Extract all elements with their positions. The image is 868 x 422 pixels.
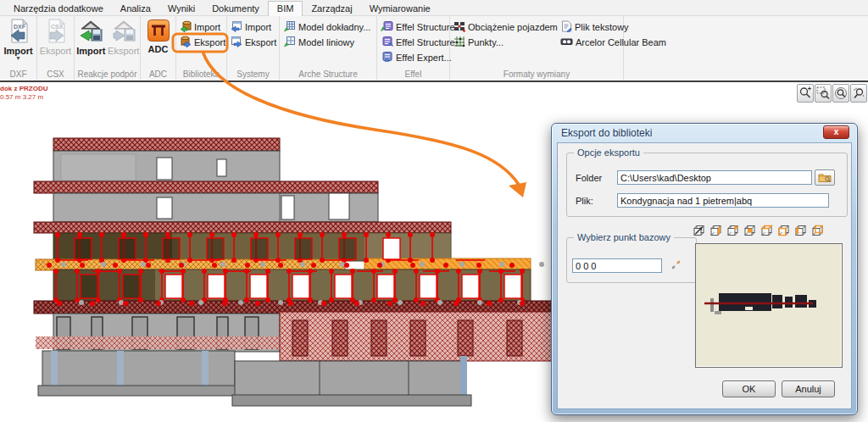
view-cube-button-6[interactable]	[776, 224, 791, 237]
obciazenie-pojazdem-label: Obciążenie pojazdem	[468, 22, 558, 32]
adc-button[interactable]: ADC	[142, 19, 175, 54]
browse-folder-button[interactable]	[815, 169, 835, 186]
ok-button[interactable]: OK	[722, 380, 776, 397]
tab-wyniki[interactable]: Wyniki	[159, 2, 203, 15]
text-file-icon	[560, 20, 572, 34]
view-name-label: dok z PRZODU	[0, 85, 47, 93]
tab-narzedzia-dodatkowe[interactable]: Narzędzia dodatkowe	[5, 2, 112, 15]
view-cube-icon	[743, 224, 757, 237]
ribbon-tab-bar: Narzędzia dodatkowe Analiza Wyniki Dokum…	[0, 0, 868, 16]
view-cube-icon	[810, 224, 825, 237]
csx-eksport-button: CSX Eksport	[39, 19, 73, 56]
application-window: { "ribbon": { "tabs": ["Narzędzia dodatk…	[0, 0, 868, 422]
folder-label: Folder	[576, 173, 602, 183]
biblioteka-eksport-button[interactable]: Eksport	[180, 35, 223, 49]
biblioteka-import-button[interactable]: Import	[180, 19, 223, 34]
view-cube-button-2[interactable]	[709, 224, 723, 237]
support-import-icon	[78, 19, 103, 46]
zoom-in-icon	[798, 86, 812, 100]
group-label-adc: ADC	[141, 69, 175, 79]
view-cube-icon	[726, 224, 740, 237]
group-arche-structure: Model dokładny... Model liniowy Arche St…	[280, 16, 377, 80]
file-name-input[interactable]	[617, 193, 829, 208]
view-cube-icon	[760, 224, 774, 237]
dialog-title: Eksport do biblioteki	[561, 127, 652, 139]
group-biblioteka: Import Eksport Biblioteka	[176, 16, 227, 80]
plik-tekstowy-button[interactable]: Plik tekstowy	[560, 19, 634, 34]
tab-dokumenty[interactable]: Dokumenty	[203, 2, 268, 15]
reakcje-import-button[interactable]: Import	[75, 19, 108, 56]
pick-point-button[interactable]	[669, 258, 683, 272]
view-orientation-toolbar	[692, 224, 825, 237]
view-cube-button-4[interactable]	[743, 224, 757, 237]
punkty-button[interactable]: Punkty...	[453, 35, 554, 49]
tab-bim[interactable]: BIM	[268, 1, 303, 16]
reakcje-eksport-label: Eksport	[108, 47, 139, 56]
tab-analiza[interactable]: Analiza	[112, 2, 159, 15]
dialog-client-area: Opcje eksportu Folder Plik: Wybierz punk…	[557, 142, 852, 409]
linear-model-icon	[283, 36, 296, 49]
arche-model-dokladny-button[interactable]: Model dokładny...	[283, 19, 373, 34]
group-formaty-wymiany: Obciążenie pojazdem Punkty...	[450, 16, 624, 80]
export-preview-drawing	[696, 244, 840, 365]
systemy-eksport-button[interactable]: Eksport	[231, 35, 275, 49]
csx-eksport-label: Eksport	[40, 47, 71, 56]
close-icon: x	[834, 127, 839, 136]
view-cube-button-7[interactable]	[793, 224, 808, 237]
effel-structure-import-button[interactable]: Effel Structure...	[381, 19, 446, 34]
effel-expert-label: Effel Expert...	[396, 53, 452, 63]
detailed-model-icon	[283, 20, 296, 34]
library-export-icon	[180, 36, 192, 49]
view-cube-icon	[776, 224, 791, 237]
view-toolbar	[797, 84, 867, 103]
cancel-button[interactable]: Anuluj	[782, 380, 835, 397]
arcelor-cellular-beam-button[interactable]: Arcelor Cellular Beam	[560, 35, 634, 49]
view-cube-button-8[interactable]	[810, 224, 825, 237]
system-export-icon	[231, 36, 242, 49]
close-button[interactable]: x	[823, 125, 849, 139]
file-label: Plik:	[576, 196, 593, 206]
base-point-label: Wybierz punkt bazowy	[574, 232, 674, 242]
csx-file-icon: CSX	[45, 19, 67, 46]
dxf-import-button[interactable]: DXF Import ▼	[2, 19, 36, 60]
view-cube-button-1[interactable]	[692, 224, 706, 237]
export-options-label: Opcje eksportu	[574, 147, 643, 158]
support-export-icon	[111, 19, 136, 46]
group-reakcje-podpor: Import Eksport	[75, 16, 141, 80]
library-import-icon	[180, 20, 192, 34]
points-grid-icon	[453, 36, 465, 49]
systemy-eksport-label: Eksport	[245, 37, 276, 47]
arche-model-liniowy-button[interactable]: Model liniowy	[283, 35, 373, 49]
zoom-selection-button[interactable]	[850, 84, 867, 103]
view-cube-icon	[692, 224, 706, 237]
view-cube-icon	[709, 224, 723, 237]
view-info-label: dok z PRZODU 0.57 m 3.27 m	[0, 85, 47, 102]
group-adc: ADC ADC	[141, 16, 176, 80]
base-point-input[interactable]	[572, 258, 662, 273]
zoom-extents-icon	[834, 86, 848, 100]
folder-input[interactable]	[617, 170, 812, 185]
view-cube-button-5[interactable]	[760, 224, 774, 237]
effel-expert-icon	[381, 51, 393, 64]
adc-table-icon	[147, 19, 170, 44]
zoom-window-button[interactable]	[815, 84, 832, 103]
view-cube-button-3[interactable]	[726, 224, 740, 237]
effel-structure-export-icon	[381, 36, 393, 49]
tab-wymiarowanie[interactable]: Wymiarowanie	[361, 2, 439, 15]
dxf-file-icon: DXF	[8, 19, 30, 46]
effel-structure-import-icon	[381, 20, 393, 34]
zoom-in-button[interactable]	[797, 84, 814, 103]
effel-structure-export-button[interactable]: Effel Structure...	[381, 35, 446, 49]
arche-model-liniowy-label: Model liniowy	[298, 37, 354, 47]
obciazenie-pojazdem-button[interactable]: Obciążenie pojazdem	[453, 19, 554, 34]
group-label-arche: Arche Structure	[280, 69, 376, 79]
tab-zarzadzaj[interactable]: Zarządzaj	[303, 2, 360, 15]
export-dialog: Eksport do biblioteki x Opcje eksportu F…	[551, 123, 858, 415]
zoom-selection-icon	[852, 86, 865, 100]
group-label-effel: Effel	[377, 69, 449, 79]
vehicle-load-icon	[453, 20, 465, 34]
effel-expert-button[interactable]: Effel Expert...	[381, 50, 446, 64]
ribbon: Narzędzia dodatkowe Analiza Wyniki Dokum…	[0, 0, 868, 82]
systemy-import-button[interactable]: Import	[231, 19, 275, 34]
zoom-extents-button[interactable]	[832, 84, 849, 103]
